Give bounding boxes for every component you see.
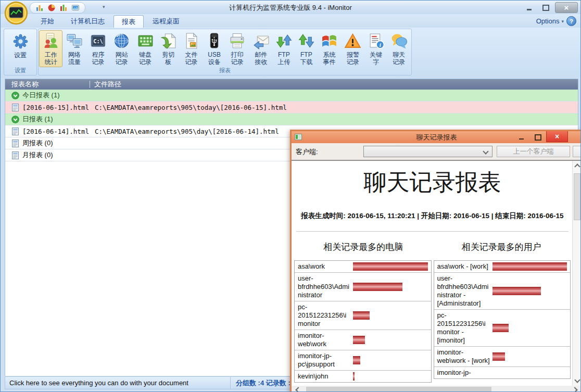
report-chart-tables: asa\workuser-bfrdhhe603\Administratorpc-…	[294, 260, 571, 383]
program-record-icon: C:\	[90, 32, 107, 49]
expand-icon	[11, 92, 19, 99]
ribbon-item[interactable]: 聊天记录	[387, 30, 411, 67]
chart-row: user-bfrdhhe603\Administrator	[295, 273, 431, 301]
ribbon-item[interactable]: 网络流量	[62, 30, 86, 67]
scroll-up-icon[interactable]	[574, 163, 580, 169]
ribbon: 设置 设置 工作统计网络流量C:\程序记录网站记录键盘记录剪切板文件记录USB …	[1, 28, 580, 78]
ribbon-item[interactable]: FTP 下载	[295, 30, 318, 67]
ribbon-item[interactable]: 工作统计	[39, 30, 62, 67]
ribbon-item-label: 系统事件	[320, 51, 338, 66]
scroll-right-icon[interactable]	[572, 387, 577, 392]
client-combobox[interactable]	[363, 146, 492, 157]
ribbon-tab[interactable]: 远程桌面	[145, 15, 187, 27]
column-header-name[interactable]: 报表名称	[5, 80, 90, 89]
table-row[interactable]: [2016-06-15].htmlC:\EAMDATA\eamreports\9…	[5, 102, 578, 113]
alarm-record-icon	[344, 32, 361, 49]
ribbon-item-label: 工作统计	[42, 51, 60, 66]
ribbon-item[interactable]: i关键字	[365, 30, 387, 67]
system-events-icon	[321, 32, 338, 49]
settings-group-label: 设置	[4, 67, 36, 74]
options-menu[interactable]: Options ▾	[536, 17, 564, 25]
client-label: 客户端:	[296, 147, 318, 157]
report-name: [2016-06-15].html	[22, 104, 91, 111]
ribbon-item[interactable]: 文件记录	[180, 30, 203, 67]
column-header-path[interactable]: 文件路径	[94, 80, 121, 89]
ribbon-item[interactable]: 报警记录	[341, 30, 364, 67]
ribbon-tab[interactable]: 计算机日志	[63, 15, 112, 27]
ribbon-items: 工作统计网络流量C:\程序记录网站记录键盘记录剪切板文件记录USB 设备打印记录…	[39, 29, 411, 68]
vertical-scrollbar[interactable]	[572, 161, 581, 386]
ribbon-tab[interactable]: 开始	[33, 15, 62, 27]
mail-receive-icon	[252, 32, 270, 49]
ribbon-tab[interactable]: 报表	[113, 15, 144, 28]
status-hint[interactable]: Click here to see everything you can do …	[5, 377, 231, 389]
help-icon[interactable]: ?	[566, 16, 576, 26]
ribbon-item[interactable]: 键盘记录	[133, 30, 157, 67]
chart-bar	[353, 311, 370, 320]
minimize-button[interactable]	[522, 3, 537, 12]
report-doc-icon	[11, 140, 19, 147]
partial-button[interactable]	[573, 146, 581, 157]
chart-row-label: pc-201512231256\imonitor - [imonitor]	[434, 310, 491, 346]
app-logo-icon[interactable]	[4, 1, 28, 25]
report-doc-icon	[11, 104, 19, 111]
ribbon-item-label: 邮件接收	[252, 51, 270, 66]
users-chart-table: asa\work - [work]user-bfrdhhe603\Adminis…	[434, 260, 571, 379]
report-meta: 报表生成时间: 2016-06-15, 11:20:21 | 开始日期: 201…	[294, 211, 571, 221]
table-row[interactable]: 日报表 (1)	[5, 113, 578, 125]
chat-close-button[interactable]: ×	[546, 131, 568, 142]
ribbon-tabs: 开始计算机日志报表远程桌面	[33, 15, 187, 28]
close-button[interactable]: ×	[555, 2, 578, 13]
keylog-icon	[137, 32, 154, 49]
settings-button-label: 设置	[14, 52, 27, 59]
table-row[interactable]: 今日报表 (1)	[5, 90, 578, 102]
ribbon-group-settings: 设置 设置	[4, 29, 37, 75]
window-title: 计算机行为监管系统专业版 9.4 - iMonitor	[1, 3, 580, 12]
ribbon-tab-row: 开始计算机日志报表远程桌面 Options ▾ ?	[1, 14, 580, 28]
horizontal-scrollbar[interactable]	[292, 386, 581, 392]
chart-row-bar-cell	[491, 347, 571, 366]
users-header: 相关记录最多的用户	[433, 241, 571, 253]
chart-bar	[353, 356, 360, 364]
minimize-icon	[519, 138, 524, 140]
ribbon-item[interactable]: 网站记录	[110, 30, 133, 67]
ribbon-item-label: 键盘记录	[136, 51, 154, 66]
chat-window-titlebar[interactable]: 聊天记录报表 ×	[292, 131, 581, 143]
svg-text:C:\: C:\	[93, 38, 103, 44]
ftp-upload-icon	[275, 32, 293, 49]
ribbon-item-label: 网络流量	[65, 51, 83, 66]
keyword-icon: i	[368, 32, 385, 49]
ribbon-item[interactable]: FTP 上传	[273, 30, 295, 67]
ribbon-item[interactable]: 打印记录	[225, 30, 249, 67]
report-section-headers: 相关记录最多的电脑 相关记录最多的用户	[294, 241, 571, 253]
chart-row-bar-cell	[352, 273, 431, 301]
chart-row: asa\work	[295, 261, 431, 273]
chart-row-label: user-bfrdhhe603\Administrator - [Adminis…	[434, 273, 491, 309]
ribbon-item[interactable]: USB 设备	[203, 30, 225, 67]
maximize-button[interactable]	[538, 3, 553, 12]
main-titlebar[interactable]: ▾ 计算机行为监管系统专业版 9.4 - iMonitor ×	[1, 1, 580, 15]
chart-row-bar-cell	[491, 310, 571, 346]
report-doc-icon	[11, 128, 19, 135]
chat-report-window: 聊天记录报表 × 客户端: 上一个客户端 聊天记录报表 报表生成时间: 2016…	[290, 130, 581, 392]
ribbon-item[interactable]: 系统事件	[318, 30, 341, 67]
scroll-down-icon[interactable]	[574, 377, 580, 383]
scroll-left-icon[interactable]	[295, 387, 301, 392]
ribbon-item[interactable]: 剪切板	[157, 30, 180, 67]
chat-maximize-button[interactable]	[532, 133, 544, 142]
vertical-scroll-thumb[interactable]	[574, 173, 580, 220]
report-doc-icon	[11, 151, 19, 159]
settings-button[interactable]: 设置	[4, 31, 36, 60]
prev-client-button[interactable]: 上一个客户端	[497, 146, 570, 157]
chat-minimize-button[interactable]	[515, 133, 527, 142]
horizontal-scroll-thumb[interactable]	[306, 387, 491, 392]
chart-row: imonitor-web\work	[295, 330, 431, 350]
ribbon-item[interactable]: C:\程序记录	[86, 30, 110, 67]
expand-icon	[11, 116, 19, 123]
ribbon-item[interactable]: 邮件接收	[249, 30, 273, 67]
chart-bar	[353, 262, 428, 271]
table-header[interactable]: 报表名称 文件路径	[5, 79, 578, 90]
column-divider[interactable]	[90, 81, 90, 88]
report-name: 日报表 (1)	[22, 115, 91, 124]
clipboard-icon	[160, 32, 177, 49]
